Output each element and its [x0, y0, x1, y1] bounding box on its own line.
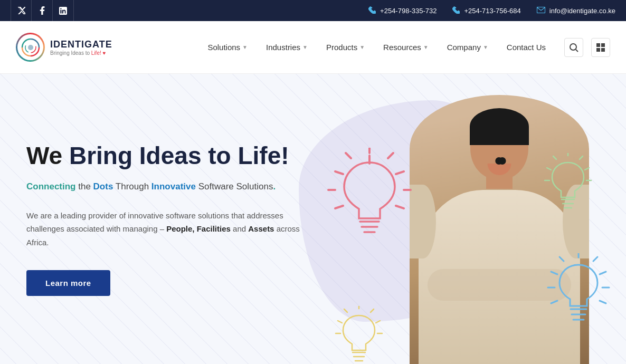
svg-line-20: [335, 171, 343, 174]
phone-2-value: +254-713-756-684: [464, 7, 520, 15]
hero-subtitle-through: Through: [113, 181, 151, 191]
nav-resources-label: Resources: [383, 43, 421, 52]
search-button[interactable]: [564, 38, 583, 57]
logo-icon: [16, 33, 45, 62]
svg-rect-12: [601, 48, 605, 52]
hero-body-bold1: People, Facilities: [166, 224, 231, 233]
nav-company[interactable]: Company ▼: [439, 37, 496, 57]
svg-line-18: [396, 206, 404, 208]
phone-1[interactable]: +254-798-335-732: [368, 6, 437, 15]
svg-point-6: [28, 45, 33, 50]
svg-line-28: [585, 168, 589, 170]
hero-subtitle: Connecting the Dots Through Innovative S…: [26, 180, 301, 193]
hero-subtitle-connecting: Connecting: [26, 181, 76, 191]
phone-1-value: +254-798-335-732: [380, 7, 437, 15]
nav-industries[interactable]: Industries ▼: [258, 37, 316, 57]
svg-line-40: [600, 301, 606, 303]
nav-products-label: Products: [326, 43, 357, 52]
nav-contact[interactable]: Contact Us: [499, 37, 554, 57]
logo-text-block: IDENTIGATE Bringing Ideas to Life! ♥: [50, 39, 112, 56]
hero-subtitle-innovative: Innovative: [151, 181, 196, 191]
svg-line-8: [576, 50, 578, 52]
logo-tagline: Bringing Ideas to Life! ♥: [50, 50, 112, 56]
hero-body-and: and: [231, 224, 248, 233]
svg-line-22: [335, 206, 343, 208]
resources-chevron: ▼: [423, 44, 429, 50]
hero-subtitle-dot: .: [273, 181, 276, 191]
bulb-blue: [547, 253, 610, 327]
phone-icon-1: [368, 6, 376, 15]
svg-line-31: [547, 168, 551, 170]
nav-menu: Solutions ▼ Industries ▼ Products ▼ Reso…: [200, 37, 554, 57]
svg-line-38: [600, 272, 606, 274]
svg-line-27: [580, 156, 583, 159]
hero-subtitle-rest: Software Solutions: [196, 181, 273, 191]
hero-content: We Bring Ideas to Life! Connecting the D…: [0, 110, 327, 328]
hero-body-bold2: Assets: [248, 224, 274, 233]
nav-resources[interactable]: Resources ▼: [375, 37, 437, 57]
bulb-green: [542, 153, 594, 216]
company-chevron: ▼: [483, 44, 488, 50]
svg-line-37: [593, 257, 597, 261]
hero-title-prefix: We: [26, 142, 69, 169]
svg-line-44: [551, 301, 557, 303]
grid-button[interactable]: [591, 38, 610, 57]
hero-title-bold: Bring Ideas to Life!: [69, 142, 289, 169]
hero-section: We Bring Ideas to Life! Connecting the D…: [0, 74, 626, 364]
email[interactable]: info@identigate.co.ke: [537, 6, 615, 15]
bulb-pink: [327, 148, 412, 243]
hero-subtitle-dots: Dots: [93, 181, 113, 191]
twitter-link[interactable]: [11, 0, 32, 21]
svg-line-52: [344, 309, 347, 312]
social-links: [11, 0, 74, 21]
contact-info: +254-798-335-732 +254-713-756-684 info@i…: [368, 6, 615, 15]
nav-company-label: Company: [447, 43, 481, 52]
svg-point-7: [570, 44, 576, 50]
nav-actions: [564, 38, 610, 57]
bulb-yellow: [333, 306, 385, 364]
nav-industries-label: Industries: [266, 43, 300, 52]
svg-line-19: [346, 153, 351, 158]
svg-line-49: [371, 309, 374, 312]
phone-2[interactable]: +254-713-756-684: [452, 6, 520, 15]
nav-solutions[interactable]: Solutions ▼: [200, 37, 255, 57]
svg-line-53: [338, 321, 342, 323]
email-value: info@identigate.co.ke: [549, 7, 615, 15]
svg-line-30: [553, 156, 556, 159]
svg-line-50: [376, 321, 380, 323]
svg-line-15: [388, 153, 393, 158]
hero-title: We Bring Ideas to Life!: [26, 142, 301, 170]
svg-line-41: [559, 257, 564, 261]
linkedin-link[interactable]: [53, 0, 74, 21]
nav-contact-label: Contact Us: [507, 43, 546, 52]
solutions-chevron: ▼: [242, 44, 248, 50]
products-chevron: ▼: [359, 44, 365, 50]
phone-icon-2: [452, 6, 460, 15]
nav-products[interactable]: Products ▼: [318, 37, 373, 57]
logo-name: IDENTIGATE: [50, 39, 112, 50]
learn-more-button[interactable]: Learn more: [26, 270, 110, 296]
svg-line-42: [551, 272, 557, 274]
top-bar: +254-798-335-732 +254-713-756-684 info@i…: [0, 0, 626, 21]
navbar: IDENTIGATE Bringing Ideas to Life! ♥ Sol…: [0, 21, 626, 74]
hero-body: We are a leading provider of innovative …: [26, 209, 301, 250]
hero-subtitle-the: the: [76, 181, 93, 191]
svg-rect-11: [596, 48, 600, 52]
svg-rect-9: [596, 43, 600, 47]
logo[interactable]: IDENTIGATE Bringing Ideas to Life! ♥: [16, 33, 112, 62]
facebook-link[interactable]: [32, 0, 53, 21]
svg-rect-10: [601, 43, 605, 47]
svg-line-16: [396, 171, 404, 174]
nav-solutions-label: Solutions: [207, 43, 240, 52]
email-icon: [537, 6, 545, 15]
industries-chevron: ▼: [302, 44, 308, 50]
